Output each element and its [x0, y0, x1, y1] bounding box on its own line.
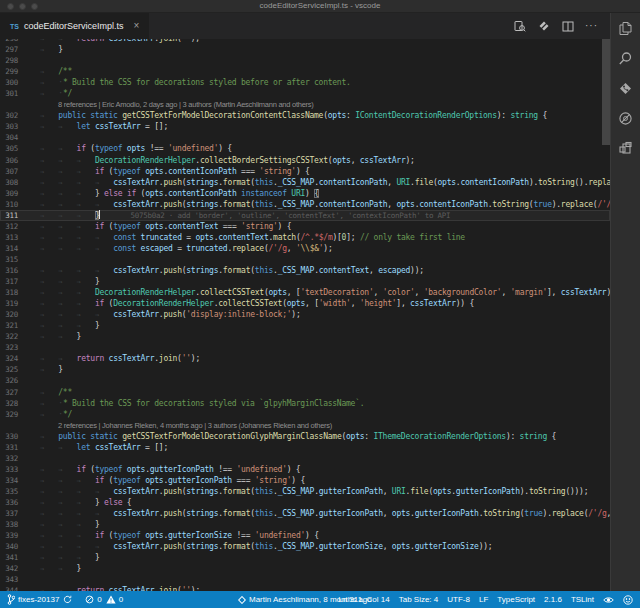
code-line-343[interactable]: 343: [0, 574, 610, 585]
code-line-323[interactable]: 323: [0, 342, 610, 353]
line-number[interactable]: 300: [0, 77, 18, 88]
eye-icon[interactable]: [603, 596, 614, 604]
line-number[interactable]: 338: [0, 519, 18, 530]
code-line-309[interactable]: 309→→→} else if (opts.contentIconPath in…: [0, 188, 610, 199]
code-line-322[interactable]: 322→→}: [0, 331, 610, 342]
line-number[interactable]: 322: [0, 331, 18, 342]
line-number[interactable]: 325: [0, 364, 18, 375]
code-line-338[interactable]: 338→→→}: [0, 519, 610, 530]
line-number[interactable]: 343: [0, 574, 18, 585]
line-number[interactable]: 311: [0, 210, 18, 221]
code-line-324[interactable]: 324→→return cssTextArr.join('');: [0, 353, 610, 364]
codelens-annotation[interactable]: 8 references | Eric Amodio, 2 days ago |…: [0, 99, 610, 110]
close-window-button[interactable]: [7, 3, 14, 10]
line-number[interactable]: 313: [0, 232, 18, 243]
line-number[interactable]: 303: [0, 121, 18, 132]
code-line-313[interactable]: 313→→→→const truncated = opts.contentTex…: [0, 232, 610, 243]
code-line-337[interactable]: 337→→→→cssTextArr.push(strings.format(th…: [0, 508, 610, 519]
code-line-308[interactable]: 308→→→→cssTextArr.push(strings.format(th…: [0, 177, 610, 188]
line-number[interactable]: 323: [0, 342, 18, 353]
code-line-321[interactable]: 321→→→}: [0, 320, 610, 331]
line-number[interactable]: 314: [0, 243, 18, 254]
split-editor-icon[interactable]: [561, 20, 574, 33]
code-line-327[interactable]: 327→/**: [0, 387, 610, 398]
code-line-300[interactable]: 300→·* Build the CSS for decorations sty…: [0, 77, 610, 88]
line-number[interactable]: 309: [0, 188, 18, 199]
line-number[interactable]: 318: [0, 287, 18, 298]
line-number[interactable]: 305: [0, 143, 18, 154]
warning-count[interactable]: 0: [106, 595, 123, 604]
code-line-331[interactable]: 331→→let cssTextArr = [];: [0, 442, 610, 453]
line-number[interactable]: 335: [0, 486, 18, 497]
line-number[interactable]: 329: [0, 409, 18, 420]
line-number[interactable]: 308: [0, 177, 18, 188]
line-number[interactable]: 302: [0, 110, 18, 121]
code-line-301[interactable]: 301→·*/: [0, 88, 610, 99]
scrollbar-thumb[interactable]: [602, 39, 610, 145]
code-line-306[interactable]: 306→→→DecorationRenderHelper.collectBord…: [0, 155, 610, 166]
code-line-303[interactable]: 303→→let cssTextArr = [];: [0, 121, 610, 132]
code-line-297[interactable]: 297→}: [0, 44, 610, 55]
tslint-status[interactable]: TSLint: [571, 595, 594, 604]
maximize-window-button[interactable]: [31, 3, 38, 10]
code-line-318[interactable]: 318→→→DecorationRenderHelper.collectCSST…: [0, 287, 610, 298]
code-line-302[interactable]: 302→public static getCSSTextForModelDeco…: [0, 110, 610, 121]
line-number[interactable]: 301: [0, 88, 18, 99]
code-line-334[interactable]: 334→→→if (typeof opts.gutterIconPath ===…: [0, 475, 610, 486]
code-line-298[interactable]: 298: [0, 55, 610, 66]
code-line-317[interactable]: 317→→→}: [0, 276, 610, 287]
code-line-320[interactable]: 320→→→→cssTextArr.push('display:inline-b…: [0, 309, 610, 320]
code-line-314[interactable]: 314→→→→const escaped = truncated.replace…: [0, 243, 610, 254]
line-number[interactable]: 330: [0, 431, 18, 442]
line-number[interactable]: 327: [0, 387, 18, 398]
code-line-316[interactable]: 316→→→→cssTextArr.push(strings.format(th…: [0, 265, 610, 276]
code-editor[interactable]: 296→→return cssTextArr.join('');297→}298…: [0, 39, 610, 591]
line-number[interactable]: 306: [0, 155, 18, 166]
code-line-305[interactable]: 305→→if (typeof opts !== 'undefined') {: [0, 143, 610, 154]
line-number[interactable]: 339: [0, 530, 18, 541]
line-number[interactable]: 328: [0, 398, 18, 409]
line-number[interactable]: 316: [0, 265, 18, 276]
encoding-status[interactable]: UTF-8: [447, 595, 470, 604]
code-line-304[interactable]: 304: [0, 132, 610, 143]
feedback-smiley-icon[interactable]: [623, 595, 633, 605]
language-mode-status[interactable]: TypeScript: [497, 595, 535, 604]
typescript-version-status[interactable]: 2.1.6: [544, 595, 562, 604]
line-number[interactable]: 317: [0, 276, 18, 287]
close-tab-icon[interactable]: ×: [134, 21, 140, 31]
line-number[interactable]: 331: [0, 442, 18, 453]
code-line-342[interactable]: 342→→}: [0, 563, 610, 574]
line-number[interactable]: 336: [0, 497, 18, 508]
minimize-window-button[interactable]: [19, 3, 26, 10]
explorer-files-icon[interactable]: [618, 20, 634, 36]
open-changes-icon[interactable]: [537, 20, 550, 33]
code-line-312[interactable]: 312→→→if (typeof opts.contentText === 's…: [0, 221, 610, 232]
code-line-310[interactable]: 310→→→→cssTextArr.push(strings.format(th…: [0, 199, 610, 210]
code-line-330[interactable]: 330→public static getCSSTextForModelDeco…: [0, 431, 610, 442]
line-number[interactable]: 324: [0, 353, 18, 364]
debug-icon[interactable]: [618, 110, 634, 126]
line-number[interactable]: 341: [0, 552, 18, 563]
code-line-315[interactable]: 315: [0, 254, 610, 265]
code-line-319[interactable]: 319→→→if (DecorationRenderHelper.collect…: [0, 298, 610, 309]
git-branch-status[interactable]: fixes-20137: [7, 594, 59, 605]
editor-scrollbar[interactable]: [602, 39, 610, 591]
sync-button[interactable]: [63, 595, 72, 604]
line-number[interactable]: 333: [0, 464, 18, 475]
gitlens-blame-status[interactable]: Martin Aeschlimann, 8 months ago: [238, 595, 372, 604]
line-number[interactable]: 337: [0, 508, 18, 519]
search-icon[interactable]: [618, 50, 634, 66]
open-preview-icon[interactable]: [513, 20, 526, 33]
codelens-annotation[interactable]: 2 references | Johannes Rieken, 4 months…: [0, 420, 610, 431]
line-number[interactable]: 319: [0, 298, 18, 309]
code-line-329[interactable]: 329→·*/: [0, 409, 610, 420]
eol-status[interactable]: LF: [479, 595, 488, 604]
tab-size-status[interactable]: Tab Size: 4: [399, 595, 439, 604]
line-number[interactable]: 342: [0, 563, 18, 574]
more-actions-icon[interactable]: ···: [585, 20, 598, 33]
code-line-325[interactable]: 325→}: [0, 364, 610, 375]
error-count[interactable]: 0: [85, 595, 101, 604]
line-number[interactable]: 332: [0, 453, 18, 464]
line-number[interactable]: 310: [0, 199, 18, 210]
code-line-341[interactable]: 341→→→}: [0, 552, 610, 563]
